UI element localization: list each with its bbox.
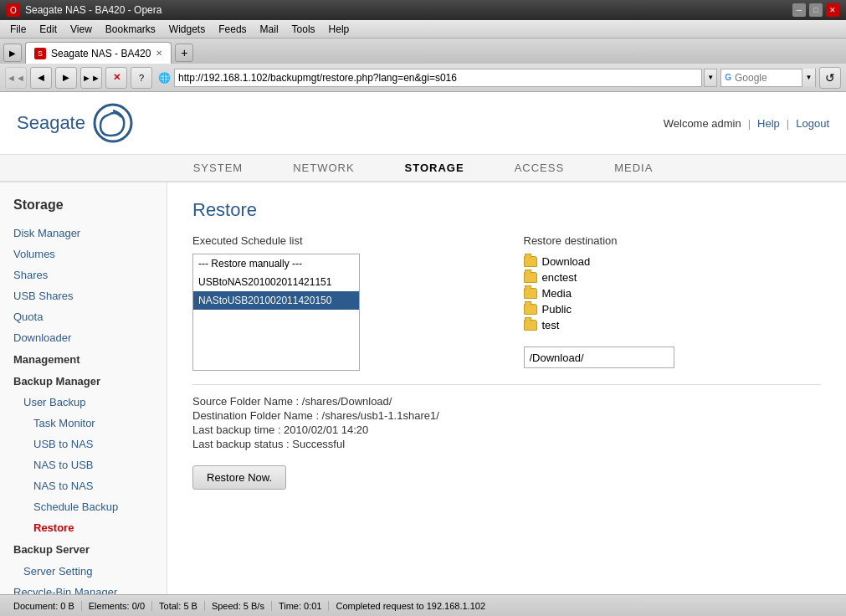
sidebar-item-usb-shares[interactable]: USB Shares [0, 285, 167, 306]
secure-icon: 🌐 [156, 69, 172, 86]
folder-test[interactable]: test [524, 317, 822, 333]
schedule-item-2[interactable]: NAStoUSB201002011420150 [193, 291, 359, 310]
sidebar-backup-server-header: Backup Server [0, 538, 167, 561]
schedule-list[interactable]: --- Restore manually --- USBtoNAS2010020… [192, 254, 360, 371]
sidebar-item-backup-manager[interactable]: Backup Manager [0, 371, 167, 392]
seagate-logo: Seagate [17, 102, 134, 144]
tab-label: Seagate NAS - BA420 [51, 48, 151, 59]
folder-icon-test [524, 320, 537, 331]
tab-nav-buttons: ▶ [3, 44, 22, 64]
schedule-item-0[interactable]: --- Restore manually --- [193, 254, 359, 273]
close-button[interactable]: ✕ [826, 3, 839, 17]
stop-button[interactable]: ✕ [105, 67, 127, 89]
nav-storage[interactable]: STORAGE [405, 162, 464, 174]
status-elements: Elements: 0/0 [82, 601, 152, 611]
logout-link[interactable]: Logout [796, 117, 829, 130]
menu-help[interactable]: Help [322, 22, 356, 37]
menu-view[interactable]: View [64, 22, 99, 37]
header-links: Welcome admin | Help | Logout [664, 117, 829, 130]
sidebar-item-volumes[interactable]: Volumes [0, 244, 167, 264]
info-section: Source Folder Name : /shares/Download/ D… [192, 384, 821, 490]
divider-2: | [787, 117, 789, 130]
folder-media[interactable]: Media [524, 285, 822, 301]
sidebar-item-recycle-bin[interactable]: Recycle-Bin Manager [0, 582, 167, 594]
folder-name-media: Media [542, 287, 572, 300]
menu-tools[interactable]: Tools [285, 22, 322, 37]
folder-public[interactable]: Public [524, 301, 822, 317]
search-dropdown[interactable]: ▼ [802, 69, 815, 87]
sidebar-title: Storage [0, 191, 167, 223]
logo-icon [92, 102, 134, 144]
sidebar-item-disk-manager[interactable]: Disk Manager [0, 223, 167, 244]
status-speed: Speed: 5 B/s [205, 601, 272, 611]
status-total: Total: 5 B [152, 601, 205, 611]
main-nav: SYSTEM NETWORK STORAGE ACCESS MEDIA [0, 155, 846, 182]
sidebar-item-shares[interactable]: Shares [0, 264, 167, 285]
back-button[interactable]: ◄◄ [5, 67, 27, 89]
sidebar-item-usb-to-nas[interactable]: USB to NAS [0, 434, 167, 454]
tab-seagate[interactable]: S Seagate NAS - BA420 ✕ [25, 42, 172, 64]
nav-network[interactable]: NETWORK [293, 162, 354, 174]
search-input[interactable] [735, 72, 802, 84]
content-area: Storage Disk Manager Volumes Shares USB … [0, 182, 846, 594]
sidebar-item-quota[interactable]: Quota [0, 306, 167, 327]
folder-enctest[interactable]: enctest [524, 270, 822, 285]
new-tab-button[interactable]: + [175, 44, 193, 62]
tab-close-button[interactable]: ✕ [156, 49, 162, 58]
menu-mail[interactable]: Mail [254, 22, 285, 37]
restore-dest-label: Restore destination [524, 234, 822, 247]
nav-system[interactable]: SYSTEM [193, 162, 243, 174]
sidebar-item-schedule-backup[interactable]: Schedule Backup [0, 496, 167, 517]
help-link[interactable]: Help [757, 117, 780, 130]
status-time: Time: 0:01 [272, 601, 330, 611]
restore-now-button[interactable]: Restore Now. [192, 465, 286, 490]
right-panel: Restore destination Download enctest [524, 234, 822, 371]
folder-name-enctest: enctest [542, 271, 577, 284]
help-nav-button[interactable]: ? [131, 67, 152, 89]
folder-icon-enctest [524, 272, 537, 283]
destination-input[interactable] [524, 346, 674, 368]
nav-access[interactable]: ACCESS [515, 162, 564, 174]
sidebar-item-task-monitor[interactable]: Task Monitor [0, 413, 167, 434]
schedule-item-1[interactable]: USBtoNAS201002011421151 [193, 273, 359, 291]
menu-feeds[interactable]: Feeds [212, 22, 253, 37]
address-dropdown[interactable]: ▼ [704, 69, 717, 87]
maximize-button[interactable]: □ [809, 3, 823, 17]
source-folder-info: Source Folder Name : /shares/Download/ [192, 395, 821, 408]
tab-favicon: S [34, 48, 46, 59]
sidebar-item-user-backup[interactable]: User Backup [0, 392, 167, 413]
nav-media[interactable]: MEDIA [614, 162, 653, 174]
folder-download[interactable]: Download [524, 254, 822, 270]
sidebar-item-downloader[interactable]: Downloader [0, 327, 167, 348]
menu-bookmarks[interactable]: Bookmarks [99, 22, 162, 37]
sidebar-item-nas-to-usb[interactable]: NAS to USB [0, 454, 167, 475]
sidebar-item-restore[interactable]: Restore [0, 517, 167, 538]
status-bar: Document: 0 B Elements: 0/0 Total: 5 B S… [0, 594, 846, 616]
sidebar-item-nas-to-nas[interactable]: NAS to NAS [0, 475, 167, 496]
page-header: Seagate Welcome admin | Help | Logout [0, 92, 846, 155]
tab-bar: ▶ S Seagate NAS - BA420 ✕ + [0, 38, 846, 64]
tab-nav-video[interactable]: ▶ [3, 44, 22, 62]
address-bar: ◄◄ ◄ ► ►► ✕ ? 🌐 ▼ G ▼ ↺ [0, 64, 846, 92]
minimize-button[interactable]: ─ [792, 3, 806, 17]
search-engine-logo: G [721, 73, 735, 82]
page-container: Seagate Welcome admin | Help | Logout SY… [0, 92, 846, 594]
page-title: Restore [192, 199, 821, 221]
folder-icon-media [524, 288, 537, 299]
address-input[interactable] [174, 69, 702, 87]
sidebar-item-server-setting[interactable]: Server Setting [0, 561, 167, 582]
forward-step-button[interactable]: ►► [80, 67, 102, 89]
window-controls[interactable]: ─ □ ✕ [792, 3, 839, 17]
dest-folder-info: Destination Folder Name : /shares/usb1-1… [192, 409, 821, 422]
menu-file[interactable]: File [3, 22, 33, 37]
back-step-button[interactable]: ◄ [30, 67, 52, 89]
sidebar-management-header: Management [0, 348, 167, 371]
menu-widgets[interactable]: Widgets [162, 22, 212, 37]
folder-name-test: test [542, 319, 560, 331]
folder-name-download: Download [542, 255, 591, 268]
sidebar: Storage Disk Manager Volumes Shares USB … [0, 182, 167, 594]
menu-edit[interactable]: Edit [33, 22, 64, 37]
forward-button[interactable]: ► [55, 67, 77, 89]
reload-button[interactable]: ↺ [819, 67, 841, 89]
folder-name-public: Public [542, 303, 572, 316]
